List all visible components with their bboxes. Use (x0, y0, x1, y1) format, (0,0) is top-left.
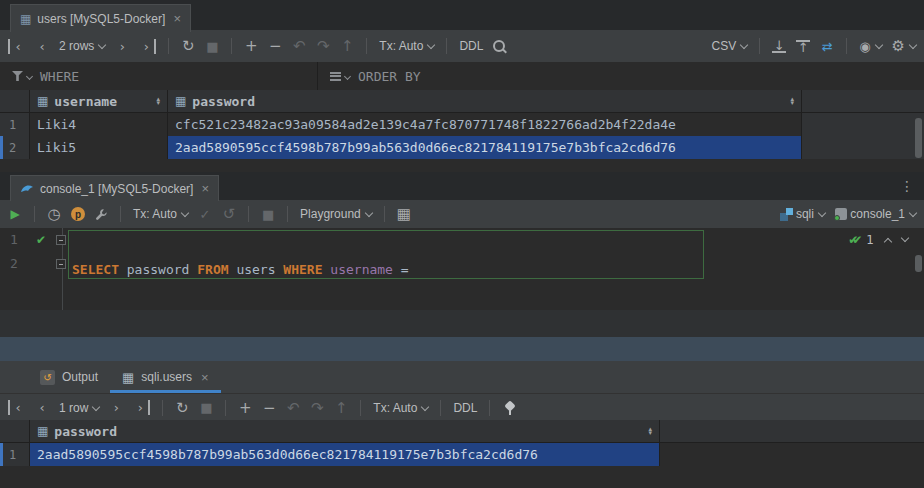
ddl-button[interactable]: DDL (459, 39, 483, 53)
tx-mode-dropdown[interactable]: Tx: Auto (133, 207, 188, 221)
submit-icon: ↑ (340, 37, 354, 55)
code-line[interactable]: SELECT password FROM users WHERE usernam… (72, 258, 714, 282)
console-bottom-spacer (0, 310, 924, 337)
prev-problem-icon[interactable] (884, 237, 892, 245)
commit-check-icon: ✓ (198, 207, 212, 222)
playground-dropdown[interactable]: Playground (300, 207, 372, 221)
fold-marker-icon[interactable] (56, 259, 66, 269)
rollback-icon: ↺ (222, 205, 236, 223)
editor-gutter: 1 2 ✔ (0, 228, 63, 310)
row-number[interactable]: 1 (0, 443, 30, 466)
grid-filter-row: WHERE ORDER BY (0, 62, 924, 91)
wrench-icon[interactable] (95, 208, 108, 221)
top-data-grid: ▦ username ▴▾ ▦ password ▴▾ 1 Liki4 cfc5… (0, 90, 924, 172)
add-row-icon[interactable]: + (244, 37, 258, 55)
next-page-icon[interactable]: › (115, 39, 129, 54)
submit-icon: ↑ (334, 399, 348, 417)
run-icon[interactable]: ▶ (8, 207, 22, 221)
order-by-icon (330, 72, 341, 81)
column-icon: ▦ (175, 94, 186, 108)
sort-toggle-icon[interactable]: ▴▾ (156, 97, 160, 106)
reload-icon[interactable]: ↻ (175, 399, 189, 417)
stop-icon: ■ (199, 400, 213, 415)
view-options-icon[interactable]: ◉ (859, 39, 881, 54)
cell-username[interactable]: Liki4 (30, 113, 168, 136)
compare-icon[interactable]: ⇄ (820, 39, 834, 54)
selected-row-stripe (0, 443, 3, 466)
add-row-icon[interactable]: + (238, 399, 252, 417)
tab-result-grid[interactable]: ▦ sqli.users × (110, 361, 221, 393)
cell-password-selected[interactable]: 2aad5890595ccf4598b787b99ab563d0d66ec821… (168, 136, 802, 159)
column-header-password[interactable]: ▦ password ▴▾ (30, 420, 660, 442)
result-view-icon[interactable]: ▦ (397, 205, 411, 223)
inspections-ok-icon: ✔✔ (848, 233, 856, 247)
first-page-icon[interactable]: ‹ (8, 39, 25, 54)
column-icon: ▦ (37, 424, 48, 438)
column-header-username[interactable]: ▦ username ▴▾ (30, 90, 168, 112)
delete-row-icon[interactable]: − (262, 399, 276, 417)
cell-password-selected[interactable]: 2aad5890595ccf4598b787b99ab563d0d66ec821… (30, 443, 660, 466)
page-size-dropdown[interactable]: 2 rows (59, 39, 105, 53)
last-page-icon[interactable]: › (139, 39, 156, 54)
last-page-icon[interactable]: › (133, 400, 150, 415)
where-filter-field[interactable]: WHERE (0, 62, 318, 90)
top-grid-toolbar: ‹ ‹ 2 rows › › ↻ ■ + − ↶ ↷ ↑ Tx: Auto DD… (0, 30, 924, 62)
ddl-button[interactable]: DDL (453, 401, 477, 415)
table-row[interactable]: 1 Liki4 cfc521c23482ac93a09584ad2e139c4a… (0, 113, 924, 136)
close-icon[interactable]: × (201, 370, 209, 385)
row-number-header (0, 90, 30, 112)
tab-console[interactable]: console_1 [MySQL5-Docker] × (10, 175, 219, 201)
next-problem-icon[interactable] (901, 234, 909, 242)
tab-console-label: console_1 [MySQL5-Docker] (40, 182, 193, 196)
order-by-field[interactable]: ORDER BY (318, 62, 421, 90)
pin-tab-icon[interactable] (502, 401, 516, 415)
parameters-icon[interactable]: p (71, 207, 85, 221)
row-number[interactable]: 1 (0, 113, 30, 136)
prev-page-icon[interactable]: ‹ (35, 39, 49, 54)
tab-output[interactable]: ↺ Output (28, 361, 110, 393)
import-icon[interactable]: ↑ (796, 40, 810, 53)
page-size-dropdown[interactable]: 1 row (59, 401, 99, 415)
table-icon: ▦ (122, 370, 134, 385)
search-icon[interactable] (493, 40, 505, 52)
tab-users-table[interactable]: ▦ users [MySQL5-Docker] × (10, 4, 191, 32)
delete-row-icon[interactable]: − (268, 37, 282, 55)
first-page-icon[interactable]: ‹ (8, 400, 25, 415)
more-options-icon[interactable]: ⋮ (900, 178, 914, 194)
sql-editor[interactable]: 1 2 ✔ SELECT password FROM users WHERE u… (0, 228, 924, 310)
table-row[interactable]: 2 Liki5 2aad5890595ccf4598b787b99ab563d0… (0, 136, 924, 159)
next-page-icon[interactable]: › (109, 400, 123, 415)
tx-mode-dropdown[interactable]: Tx: Auto (373, 401, 428, 415)
table-icon: ▦ (20, 12, 31, 26)
row-number[interactable]: 2 (0, 136, 30, 159)
vertical-scrollbar[interactable] (915, 118, 922, 158)
reload-icon[interactable]: ↻ (181, 37, 195, 55)
inspection-widget[interactable]: ✔✔ 1 (848, 228, 908, 252)
editor-scrollbar[interactable] (915, 255, 922, 272)
result-tab-strip: ↺ Output ▦ sqli.users × (0, 361, 924, 393)
undo-icon: ↶ (286, 399, 300, 417)
tx-mode-dropdown[interactable]: Tx: Auto (379, 39, 434, 53)
console-tab-strip: console_1 [MySQL5-Docker] × ⋮ (0, 172, 924, 201)
fold-marker-icon[interactable] (56, 235, 66, 245)
sort-toggle-icon[interactable]: ▴▾ (790, 97, 794, 106)
session-switcher[interactable]: console_1 (835, 207, 916, 221)
history-clock-icon[interactable]: ◷ (47, 205, 61, 223)
sort-toggle-icon[interactable]: ▴▾ (648, 427, 652, 436)
schema-switcher[interactable]: sqli (780, 207, 825, 221)
stop-icon: ■ (261, 207, 275, 222)
mysql-dolphin-icon (20, 183, 34, 195)
cell-username[interactable]: Liki5 (30, 136, 168, 159)
close-icon[interactable]: × (201, 181, 209, 196)
close-icon[interactable]: × (173, 11, 181, 26)
table-row[interactable]: 1 2aad5890595ccf4598b787b99ab563d0d66ec8… (0, 443, 924, 466)
settings-gear-icon[interactable]: ⚙ (892, 37, 916, 55)
prev-page-icon[interactable]: ‹ (35, 400, 49, 415)
result-data-grid: ▦ password ▴▾ 1 2aad5890595ccf4598b787b9… (0, 420, 924, 488)
schema-icon (780, 208, 793, 221)
tool-window-splitter[interactable] (0, 337, 924, 361)
export-format-dropdown[interactable]: CSV (712, 39, 748, 53)
export-download-icon[interactable]: ↓ (772, 40, 786, 53)
column-header-password[interactable]: ▦ password ▴▾ (168, 90, 802, 112)
cell-password[interactable]: cfc521c23482ac93a09584ad2e139c4a7fc87077… (168, 113, 802, 136)
